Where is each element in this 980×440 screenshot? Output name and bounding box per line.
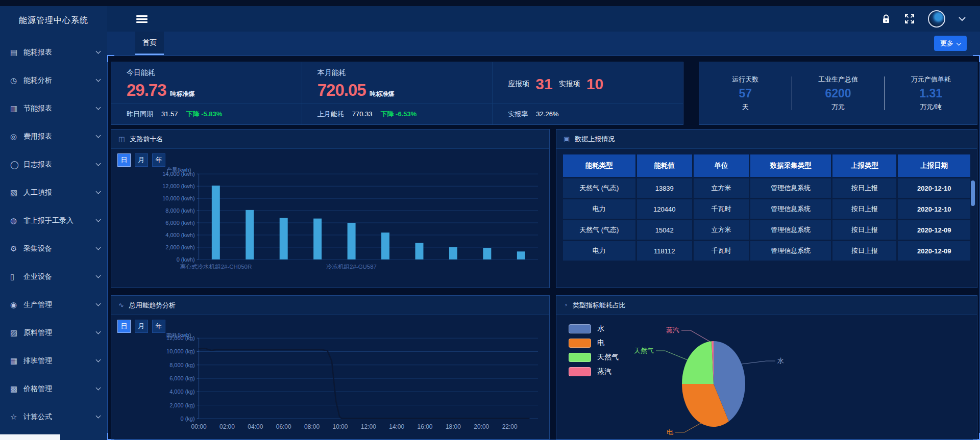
kpi-month-trend: 下降 -6.53% bbox=[380, 110, 416, 119]
table-cell: 千瓦时 bbox=[694, 241, 749, 261]
sidebar-item-label: 非上报手工录入 bbox=[23, 216, 96, 225]
stat-unit: 万元/吨 bbox=[885, 102, 977, 112]
svg-text:6,000 (kg): 6,000 (kg) bbox=[169, 375, 194, 381]
sidebar-item[interactable]: ▧人工填报 bbox=[0, 178, 107, 206]
period-tab-2[interactable]: 年 bbox=[152, 153, 165, 167]
svg-text:水: 水 bbox=[777, 357, 784, 365]
svg-text:4,000 (kg): 4,000 (kg) bbox=[169, 389, 194, 395]
period-tab-0[interactable]: 日 bbox=[117, 153, 131, 167]
chevron-down-icon bbox=[96, 329, 101, 334]
stat-value: 1.31 bbox=[885, 87, 977, 100]
svg-text:2,000 (kwh): 2,000 (kwh) bbox=[165, 244, 194, 250]
table-row: 电力118112千瓦时管理信息系统按日上报2020-12-09 bbox=[563, 241, 970, 261]
sidebar-item[interactable]: ▤能耗报表 bbox=[0, 38, 107, 66]
kpi-today-sub-label: 昨日同期 bbox=[127, 110, 153, 119]
kpi-today-sub-value: 31.57 bbox=[161, 110, 178, 118]
tab-home[interactable]: 首页 bbox=[135, 32, 164, 55]
sidebar-menu: ▤能耗报表◷能耗分析▥节能报表◎费用报表◯日志报表▧人工填报◍非上报手工录入⚙采… bbox=[0, 38, 107, 431]
kpi-actual-label: 实报项 bbox=[559, 80, 580, 89]
sidebar-item[interactable]: ▥节能报表 bbox=[0, 94, 107, 122]
gear-icon: ⚙ bbox=[10, 244, 23, 253]
table-header: 数据采集类型 bbox=[750, 154, 831, 177]
kpi-rate-value: 32.26% bbox=[536, 110, 558, 118]
price-icon: ▩ bbox=[10, 384, 23, 394]
manual-fill-icon: ▧ bbox=[10, 188, 23, 197]
sidebar-item[interactable]: ☆计算公式 bbox=[0, 403, 107, 431]
table-cell: 管理信息系统 bbox=[750, 220, 831, 240]
table-cell: 2020-12-10 bbox=[898, 199, 970, 219]
sidebar-item[interactable]: ▩价格管理 bbox=[0, 375, 107, 403]
svg-text:18:00: 18:00 bbox=[446, 423, 461, 430]
table-icon: ▣ bbox=[564, 135, 570, 143]
fullscreen-icon[interactable] bbox=[904, 14, 915, 24]
sidebar-item-label: 能耗报表 bbox=[23, 48, 96, 57]
sidebar-item[interactable]: ▨原料管理 bbox=[0, 319, 107, 347]
stat-label: 运行天数 bbox=[699, 75, 792, 84]
svg-text:16:00: 16:00 bbox=[418, 423, 433, 430]
schedule-icon: ▦ bbox=[10, 356, 23, 366]
stat-item: 工业生产总值 6200 万元 bbox=[792, 75, 885, 112]
sidebar-item[interactable]: ▦排班管理 bbox=[0, 347, 107, 375]
table-header: 能耗类型 bbox=[563, 154, 635, 177]
kpi-today-label: 今日能耗 bbox=[127, 68, 302, 77]
svg-text:12,000 (kg): 12,000 (kg) bbox=[166, 335, 194, 341]
svg-text:08:00: 08:00 bbox=[304, 423, 320, 430]
period-tab-1[interactable]: 月 bbox=[135, 320, 148, 333]
period-tab-0[interactable]: 日 bbox=[117, 320, 131, 333]
table-cell: 天然气 (气态) bbox=[563, 220, 635, 240]
kpi-month-unit: 吨标准煤 bbox=[370, 90, 395, 98]
sidebar-item[interactable]: ◯日志报表 bbox=[0, 150, 107, 178]
svg-text:12:00: 12:00 bbox=[361, 423, 376, 430]
sidebar-item-label: 计算公式 bbox=[23, 412, 96, 422]
sidebar-item[interactable]: ▯企业设备 bbox=[0, 263, 107, 291]
table-cell: 按日上报 bbox=[832, 199, 896, 219]
data-report-table: 能耗类型能耗值单位数据采集类型上报类型上报日期天然气 (气态)13839立方米管… bbox=[561, 153, 972, 262]
kpi-due-value: 31 bbox=[535, 75, 552, 93]
table-cell: 管理信息系统 bbox=[750, 199, 831, 219]
svg-text:02:00: 02:00 bbox=[219, 423, 235, 430]
pie-chart-icon: ◔ bbox=[564, 301, 568, 309]
table-cell: 按日上报 bbox=[832, 178, 896, 198]
sidebar-item[interactable]: ◎费用报表 bbox=[0, 122, 107, 150]
table-cell: 电力 bbox=[563, 199, 635, 219]
sidebar-item-label: 企业设备 bbox=[23, 272, 96, 281]
svg-text:0 (kwh): 0 (kwh) bbox=[177, 256, 195, 263]
main-content: 今日能耗 29.73 吨标准煤 昨日同期 31.57 下降 -5.83% 本月能… bbox=[107, 55, 980, 440]
table-cell: 2020-12-09 bbox=[898, 220, 970, 240]
period-tab-1[interactable]: 月 bbox=[135, 153, 148, 167]
lock-icon[interactable] bbox=[881, 14, 891, 24]
kpi-report: 应报项 31 实报项 10 实报率 32.26% bbox=[493, 62, 683, 124]
sidebar-item-label: 费用报表 bbox=[23, 132, 96, 141]
sidebar-item[interactable]: ◉生产管理 bbox=[0, 291, 107, 319]
period-tab-2[interactable]: 年 bbox=[152, 320, 165, 333]
report-table: 能耗类型能耗值单位数据采集类型上报类型上报日期天然气 (气态)13839立方米管… bbox=[556, 149, 977, 266]
hamburger-menu-icon[interactable] bbox=[136, 14, 148, 24]
chevron-down-icon bbox=[96, 49, 101, 54]
chevron-down-icon bbox=[96, 105, 101, 110]
sidebar-item-label: 能耗分析 bbox=[23, 76, 96, 85]
sidebar-scrollbar[interactable] bbox=[0, 434, 60, 440]
sidebar-item[interactable]: ◍非上报手工录入 bbox=[0, 206, 107, 235]
chevron-down-icon bbox=[96, 301, 101, 306]
panel-branch-top10: ◫ 支路前十名 日月年 产量(kwh)14,000 (kwh)12,000 (k… bbox=[111, 129, 550, 288]
table-row: 电力120440千瓦时管理信息系统按日上报2020-12-10 bbox=[563, 199, 970, 219]
user-menu-chevron-down-icon[interactable] bbox=[959, 17, 966, 21]
sidebar-item[interactable]: ◷能耗分析 bbox=[0, 66, 107, 94]
bar-period-tabs: 日月年 bbox=[111, 149, 549, 167]
user-avatar[interactable] bbox=[928, 10, 945, 28]
svg-text:06:00: 06:00 bbox=[276, 423, 291, 430]
table-cell: 13839 bbox=[637, 178, 692, 198]
panel-table-title: 数据上报情况 bbox=[575, 135, 615, 144]
more-button[interactable]: 更多 bbox=[934, 36, 967, 51]
analysis-icon: ◷ bbox=[10, 76, 23, 85]
kpi-today-trend: 下降 -5.83% bbox=[186, 110, 223, 119]
table-scrollbar-thumb[interactable] bbox=[971, 180, 975, 206]
sidebar-item[interactable]: ⚙采集设备 bbox=[0, 235, 107, 263]
chevron-down-icon bbox=[96, 217, 101, 222]
sidebar-item-label: 节能报表 bbox=[23, 104, 96, 113]
sidebar-item-label: 排班管理 bbox=[23, 356, 96, 366]
device-icon: ▯ bbox=[10, 272, 23, 281]
line-chart-icon: ∿ bbox=[118, 301, 124, 309]
saving-report-icon: ▥ bbox=[10, 104, 23, 113]
table-cell: 千瓦时 bbox=[694, 199, 749, 219]
